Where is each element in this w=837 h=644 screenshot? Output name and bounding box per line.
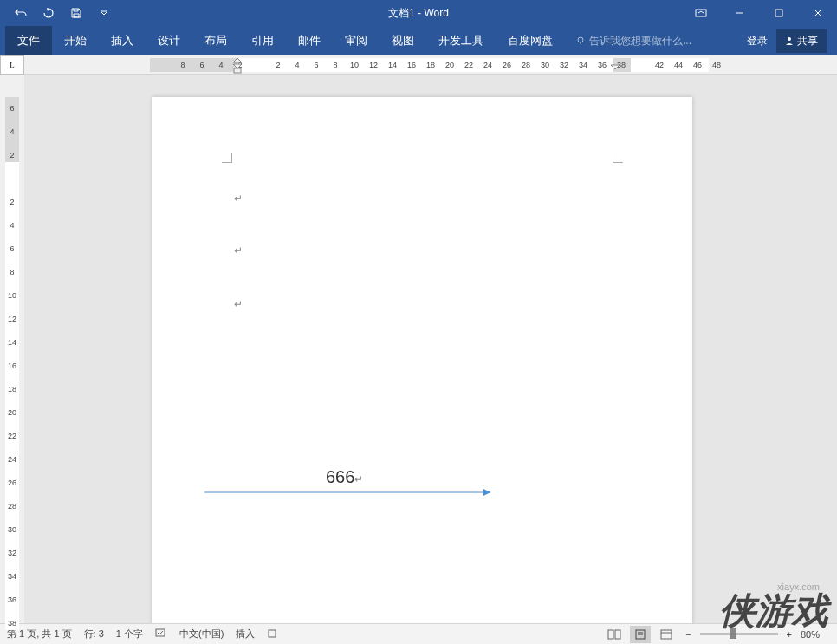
arrow-shape[interactable] (204, 487, 499, 489)
svg-rect-8 (234, 68, 241, 73)
ribbon-display-options-button[interactable] (681, 0, 720, 26)
status-words[interactable]: 1 个字 (116, 628, 143, 641)
qat-customize-dropdown[interactable] (92, 3, 116, 23)
indent-marker-right[interactable] (610, 64, 620, 75)
zoom-level[interactable]: 80% (801, 629, 830, 640)
tab-selector[interactable]: L (0, 55, 24, 75)
login-link[interactable]: 登录 (747, 34, 768, 49)
zoom-slider[interactable] (700, 633, 778, 635)
share-label: 共享 (797, 34, 818, 49)
svg-point-7 (788, 37, 791, 41)
status-macro-icon[interactable] (267, 628, 277, 641)
indent-marker-top[interactable] (232, 55, 243, 75)
horizontal-ruler[interactable]: 8642246810121416182022242628303234363842… (24, 55, 837, 74)
tell-me-search[interactable]: 告诉我您想要做什么... (575, 26, 691, 55)
quick-access-toolbar (0, 3, 116, 23)
view-read-mode-button[interactable] (604, 626, 625, 643)
vertical-ruler[interactable]: 642246810121416182022242628303234363840 (0, 75, 24, 623)
share-button[interactable]: 共享 (776, 29, 827, 53)
svg-rect-12 (608, 630, 613, 639)
paragraph-mark: ↵ (234, 298, 243, 311)
document-area[interactable]: ↵ ↵ ↵ 666↵ (24, 75, 837, 623)
zoom-slider-thumb[interactable] (730, 628, 736, 639)
save-button[interactable] (64, 3, 88, 23)
tab-baidu[interactable]: 百度网盘 (496, 26, 565, 55)
tab-insert[interactable]: 插入 (99, 26, 146, 55)
margin-corner-tl (222, 153, 232, 163)
close-button[interactable] (798, 0, 837, 26)
redo-button[interactable] (36, 3, 61, 23)
tab-home[interactable]: 开始 (52, 26, 99, 55)
tab-mailings[interactable]: 邮件 (286, 26, 333, 55)
lightbulb-icon (575, 36, 586, 46)
undo-button[interactable] (9, 3, 33, 23)
paragraph-mark: ↵ (234, 192, 243, 205)
svg-point-5 (578, 37, 583, 42)
status-proofing-icon[interactable] (155, 628, 167, 641)
margin-corner-tr (613, 153, 623, 163)
window-title: 文档1 - Word (388, 6, 449, 21)
tab-review[interactable]: 审阅 (333, 26, 380, 55)
svg-rect-17 (661, 630, 672, 639)
status-insert-mode[interactable]: 插入 (236, 628, 255, 641)
status-language[interactable]: 中文(中国) (179, 628, 224, 641)
zoom-in-button[interactable]: + (783, 629, 795, 640)
title-bar: 文档1 - Word (0, 0, 837, 26)
window-controls (681, 0, 837, 26)
tell-me-placeholder: 告诉我您想要做什么... (589, 34, 691, 49)
tab-developer[interactable]: 开发工具 (426, 26, 496, 55)
view-web-layout-button[interactable] (656, 626, 677, 643)
paragraph-mark: ↵ (234, 244, 243, 257)
tab-design[interactable]: 设计 (146, 26, 192, 55)
ribbon-tabs: 文件 开始 插入 设计 布局 引用 邮件 审阅 视图 开发工具 百度网盘 告诉我… (0, 26, 837, 55)
svg-rect-10 (156, 629, 165, 636)
document-text[interactable]: 666↵ (326, 467, 363, 487)
svg-rect-2 (775, 10, 782, 16)
tab-file[interactable]: 文件 (5, 26, 52, 55)
tab-view[interactable]: 视图 (380, 26, 426, 55)
minimize-button[interactable] (720, 0, 759, 26)
status-bar: 第 1 页, 共 1 页 行: 3 1 个字 中文(中国) 插入 − + 80% (0, 623, 837, 644)
tab-references[interactable]: 引用 (239, 26, 286, 55)
edit-container: 642246810121416182022242628303234363840 … (0, 75, 837, 623)
page[interactable]: ↵ ↵ ↵ 666↵ (152, 97, 692, 623)
status-line[interactable]: 行: 3 (84, 628, 104, 641)
svg-rect-0 (696, 10, 706, 16)
maximize-button[interactable] (759, 0, 798, 26)
zoom-out-button[interactable]: − (682, 629, 694, 640)
person-icon (785, 36, 794, 45)
view-print-layout-button[interactable] (630, 626, 651, 643)
svg-rect-13 (615, 630, 620, 639)
tab-layout[interactable]: 布局 (192, 26, 239, 55)
horizontal-ruler-row: L 86422468101214161820222426283032343638… (0, 55, 837, 75)
svg-rect-11 (269, 630, 276, 637)
